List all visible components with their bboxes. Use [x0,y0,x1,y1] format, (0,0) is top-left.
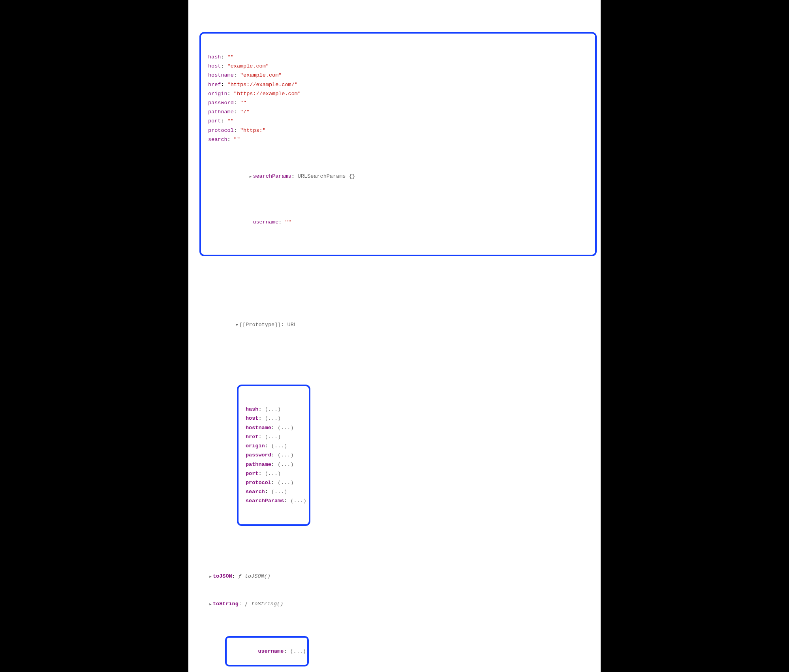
expand-toggle[interactable] [248,172,253,181]
expand-toggle[interactable] [235,320,239,329]
own-prop-row[interactable]: pathname: "/" [203,107,593,116]
prop-username[interactable]: username: "" [203,208,593,236]
highlight-box-username: username: (...) [225,636,309,667]
prototype-row[interactable]: [[Prototype]]: URL [188,293,601,357]
proto-getters-block: hash: (...)host: (...)hostname: (...)hre… [188,357,601,554]
highlight-box-own-props: hash: ""host: "example.com"hostname: "ex… [199,32,597,256]
own-prop-row[interactable]: protocol: "https:" [203,126,593,135]
proto-getter-row[interactable]: searchParams: (...) [241,496,306,505]
devtools-window: DevTools - www.google.com/ Elements Cons… [188,0,601,672]
proto-getter-row[interactable]: port: (...) [241,469,306,478]
proto-getter-row[interactable]: password: (...) [241,451,306,460]
proto-getter-row[interactable]: origin: (...) [241,441,306,451]
own-prop-row[interactable]: href: "https://example.com/" [203,80,593,89]
proto-getter-row[interactable]: href: (...) [241,432,306,441]
proto-getter-row[interactable]: search: (...) [241,487,306,496]
own-prop-row[interactable]: origin: "https://example.com" [203,89,593,98]
own-prop-row[interactable]: host: "example.com" [203,62,593,71]
expand-toggle[interactable] [208,599,213,608]
proto-getter-row[interactable]: hostname: (...) [241,423,306,432]
own-prop-row[interactable]: search: "" [203,135,593,144]
expand-toggle[interactable] [208,572,213,581]
own-prop-row[interactable]: hash: "" [203,53,593,62]
own-prop-row[interactable]: hostname: "example.com" [203,71,593,80]
prop-searchparams[interactable]: searchParams: URLSearchParams {} [203,163,593,190]
proto-fn-tostring[interactable]: toString: ƒ toString() [208,599,597,608]
own-prop-row[interactable]: port: "" [203,116,593,126]
console-output: › url = new URL("https://example.com/") … [188,0,601,672]
proto-getter-row[interactable]: host: (...) [241,414,306,423]
own-prop-row[interactable]: password: "" [203,98,593,107]
proto-getter-row[interactable]: protocol: (...) [241,478,306,487]
proto-getter-username[interactable]: username: (...) [253,648,306,654]
proto-fn-tojson[interactable]: toJSON: ƒ toJSON() [208,572,597,581]
proto-getter-row[interactable]: hash: (...) [241,405,306,414]
highlight-box-proto-getters: hash: (...)host: (...)hostname: (...)hre… [237,385,310,526]
proto-getter-row[interactable]: pathname: (...) [241,460,306,469]
own-props-block: hash: ""host: "example.com"hostname: "ex… [188,0,601,293]
